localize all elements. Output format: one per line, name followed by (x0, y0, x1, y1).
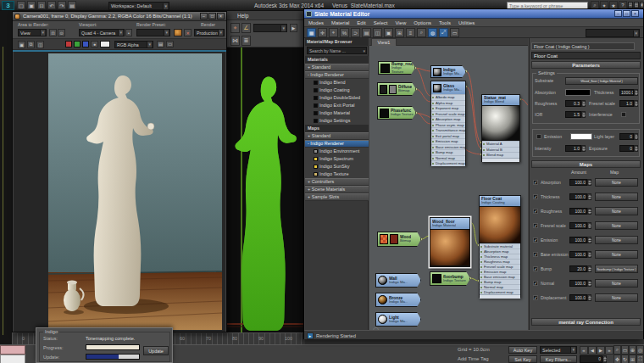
exposure-spinner[interactable]: 0 (619, 145, 638, 152)
browser-item[interactable]: Indigo DoubleSided (305, 94, 369, 102)
app-close-button[interactable]: × (640, 2, 644, 8)
map-button[interactable]: None (595, 221, 638, 230)
spinner-arrows[interactable] (602, 355, 607, 363)
spinner-arrows[interactable] (634, 133, 638, 140)
rendered-frame-window[interactable]: Camera001, frame 0, Display Gamma: 2.2, … (12, 11, 227, 332)
spinner-arrows[interactable] (581, 100, 586, 107)
auto-key-button[interactable]: Auto Key (508, 346, 537, 354)
viewport-combo[interactable]: Quad 4 - Camera ▾ (79, 29, 125, 36)
slate-maximize-button[interactable]: □ (623, 10, 630, 17)
node-diffuse[interactable]: DiffuseBitmap (377, 82, 416, 96)
move-tool-icon[interactable]: ✛ (318, 28, 327, 37)
key-filters-button[interactable]: Key Filters... (540, 355, 577, 363)
map-button[interactable]: None (595, 250, 638, 259)
maxscript-mini-listener-white[interactable] (0, 355, 25, 363)
material-name-field[interactable]: Floor Coat (531, 52, 641, 59)
map-checkbox[interactable]: ✓ (533, 266, 538, 271)
browser-item[interactable]: Indigo Settings (305, 117, 369, 125)
map-button[interactable]: None (595, 193, 638, 201)
substrate-button[interactable]: Wood_floor ( Indigo Material ) (565, 77, 638, 85)
browser-item[interactable]: Indigo SunSky (305, 163, 369, 170)
map-button[interactable]: None (595, 279, 638, 288)
indigo-progress-dialog[interactable]: Indigo Status: Tonemapping complete. Pro… (36, 327, 173, 363)
slate-material-editor-window[interactable]: Slate Material Editor – □ × Modes Materi… (303, 8, 644, 339)
browser-item[interactable]: Indigo Blend (305, 79, 369, 87)
viewport-layout-icon[interactable]: ⛶ (636, 355, 644, 363)
map-button[interactable]: None (595, 293, 638, 302)
browser-item[interactable]: Indigo Coating (305, 87, 369, 94)
max-logo-icon[interactable]: 3 (2, 1, 14, 10)
node-slot[interactable]: Displacement map (431, 160, 465, 166)
redo-icon[interactable]: ↷ (58, 1, 66, 9)
set-key-button[interactable]: Set Key (508, 355, 537, 363)
absorption-color-swatch[interactable] (565, 89, 591, 96)
menu-help[interactable]: Help (237, 13, 248, 19)
map-amount-spinner[interactable]: 100.0 (569, 222, 591, 229)
pick-material-icon[interactable]: ⌖ (329, 28, 338, 37)
browser-section-standard-materials[interactable]: + Standard (305, 64, 369, 71)
node-phasefunc[interactable]: PhasefuncIndigo Texture (377, 106, 416, 120)
show-end-result-icon[interactable]: ◫ (373, 28, 382, 37)
map-button[interactable]: None (595, 207, 638, 215)
map-checkbox[interactable]: ✓ (533, 194, 538, 199)
clone-window-icon[interactable]: ◫ (36, 41, 44, 48)
browser-search-field[interactable]: Search by Name ... ▾ (307, 47, 367, 54)
browser-item[interactable]: Indigo Texture (305, 170, 369, 178)
go-to-start-icon[interactable]: « (580, 346, 588, 355)
menu-edit[interactable]: Edit (355, 20, 367, 25)
go-to-end-icon[interactable]: » (605, 346, 613, 355)
spinner-arrows[interactable] (581, 145, 586, 152)
node-statue-blend[interactable]: Statue_matIndigo Blend Material A Materi… (481, 94, 520, 162)
node-canvas[interactable]: Bump_roughIndigo Texture DiffuseBitmap P… (369, 46, 528, 339)
menu-tools[interactable]: Tools (437, 20, 452, 25)
node-glass[interactable]: GlassIndigo Ma... Albedo map Alpha map E… (430, 81, 466, 165)
maxscript-mini-listener-pink[interactable] (0, 345, 25, 355)
spinner-arrows[interactable] (634, 89, 638, 96)
emission-checkbox[interactable] (536, 134, 541, 139)
menu-options[interactable]: Options (412, 20, 433, 25)
spinner-arrows[interactable] (587, 280, 591, 287)
undo-icon[interactable]: ↶ (47, 1, 56, 9)
browser-item[interactable]: Indigo Exit Portal (305, 102, 369, 109)
background-color-swatch[interactable] (100, 41, 110, 47)
spinner-arrows[interactable] (634, 145, 638, 152)
play-icon[interactable]: ▶ (597, 346, 605, 355)
viewport-left-sliver[interactable] (0, 11, 12, 344)
map-button[interactable]: None (595, 178, 638, 187)
map-amount-spinner[interactable]: 100.0 (569, 208, 591, 215)
vfb-title-bar[interactable]: Camera001, frame 0, Display Gamma: 2.2, … (13, 12, 226, 21)
browser-section-standard-maps[interactable]: + Standard (305, 132, 369, 140)
ior-spinner[interactable]: 1.5 (565, 111, 586, 118)
zoom-tool-icon[interactable]: ⌕ (417, 28, 426, 37)
browser-item[interactable]: Indigo Environment (305, 148, 369, 155)
map-amount-spinner[interactable]: 100.0 (569, 294, 591, 301)
menu-modes[interactable]: Modes (307, 20, 325, 25)
spinner-arrows[interactable] (587, 294, 591, 301)
map-button[interactable]: floorbump ( Indigo Texture ) (595, 265, 638, 273)
menu-view[interactable]: View (393, 20, 408, 25)
blue-channel-toggle[interactable] (82, 41, 89, 47)
slate-title-bar[interactable]: Slate Material Editor – □ × (304, 9, 643, 19)
field-of-view-icon[interactable]: ◎ (636, 345, 644, 355)
map-checkbox[interactable]: ✓ (533, 295, 538, 300)
save-image-icon[interactable]: ▣ (18, 41, 25, 48)
pan-view-icon[interactable]: ✥ (613, 355, 621, 363)
menu-select[interactable]: Select (372, 20, 390, 25)
parameter-tab[interactable]: Floor Coat ( Indigo Coating ) (531, 42, 635, 50)
render-mode-combo[interactable]: Production ▾ (194, 29, 225, 36)
vfb-close-button[interactable]: × (217, 13, 225, 20)
spinner-arrows[interactable] (587, 179, 591, 186)
rollout-maps[interactable]: Maps (531, 160, 641, 168)
area-to-render-combo[interactable]: View ▾ (18, 29, 47, 36)
spinner-arrows[interactable] (634, 100, 638, 107)
previous-frame-icon[interactable]: ◀ (588, 346, 597, 355)
snaps-toggle-icon[interactable]: ⌖ (230, 23, 240, 33)
layout-children-icon[interactable]: ≡ (406, 28, 415, 37)
menu-utilities[interactable]: Utilities (457, 20, 476, 25)
spinner-arrows[interactable] (587, 208, 591, 215)
map-amount-spinner[interactable]: 100.0 (569, 193, 591, 200)
node-bump-rough[interactable]: Bump_roughIndigo Texture (378, 61, 415, 75)
red-channel-toggle[interactable] (65, 41, 72, 47)
rollout-parameters[interactable]: Parameters (531, 61, 641, 69)
zoom-all-icon[interactable]: ▭ (621, 345, 629, 355)
